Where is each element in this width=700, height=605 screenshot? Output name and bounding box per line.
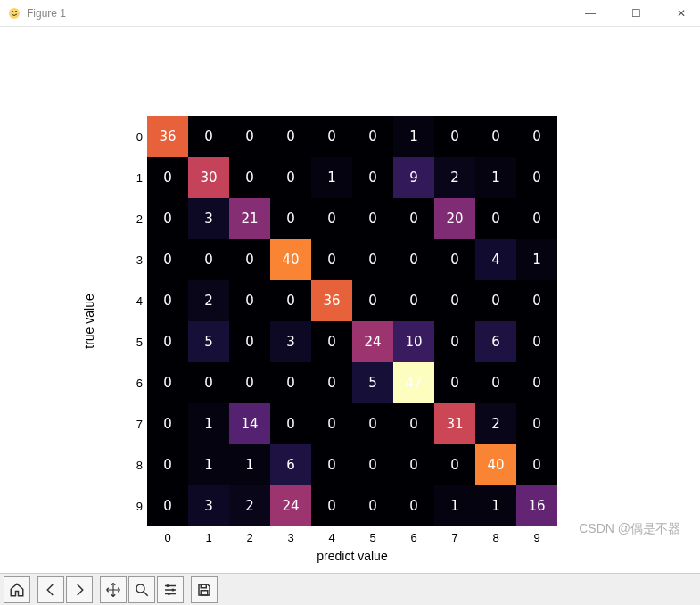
heatmap-cell: 0	[147, 444, 188, 485]
heatmap-cell: 0	[393, 280, 434, 321]
forward-button[interactable]	[66, 576, 93, 603]
y-tick-label: 2	[125, 212, 143, 226]
y-tick-label: 7	[125, 418, 143, 431]
save-button[interactable]	[191, 576, 218, 603]
close-button[interactable]: ✕	[670, 5, 693, 21]
heatmap-cell: 0	[270, 280, 311, 321]
heatmap-cell: 0	[229, 157, 270, 198]
figure-canvas: true value predict value 0123456789 0123…	[0, 27, 700, 573]
home-button[interactable]	[4, 576, 30, 603]
heatmap-cell: 0	[516, 444, 557, 485]
heatmap-cell: 1	[475, 485, 516, 526]
heatmap-cell: 1	[311, 157, 352, 198]
heatmap-cell: 40	[270, 239, 311, 280]
heatmap-cell: 0	[516, 362, 557, 403]
heatmap-cell: 1	[475, 157, 516, 198]
minimize-button[interactable]: —	[578, 5, 603, 21]
heatmap-cell: 36	[311, 280, 352, 321]
maximize-button[interactable]: ☐	[624, 5, 648, 21]
move-icon	[105, 582, 121, 598]
heatmap-cell: 0	[352, 239, 393, 280]
heatmap-cell: 20	[434, 198, 475, 239]
heatmap-cell: 1	[188, 444, 229, 485]
y-tick-label: 8	[125, 459, 143, 472]
heatmap-cell: 0	[147, 362, 188, 403]
svg-rect-11	[201, 584, 206, 588]
heatmap-cell: 0	[352, 403, 393, 444]
heatmap-cell: 5	[188, 321, 229, 362]
heatmap-cell: 0	[188, 116, 229, 157]
heatmap-cell: 0	[434, 239, 475, 280]
heatmap-cell: 0	[393, 239, 434, 280]
heatmap-cell: 0	[270, 198, 311, 239]
heatmap-cell: 0	[516, 280, 557, 321]
svg-point-10	[168, 593, 170, 595]
heatmap-cell: 0	[516, 321, 557, 362]
x-tick-label: 9	[533, 531, 539, 544]
x-tick-label: 4	[328, 531, 334, 544]
svg-point-9	[172, 588, 175, 591]
heatmap-cell: 4	[475, 239, 516, 280]
heatmap-cell: 10	[393, 321, 434, 362]
y-tick-label: 0	[125, 130, 143, 144]
heatmap-cell: 0	[311, 321, 352, 362]
back-button[interactable]	[37, 576, 64, 603]
x-tick-label: 3	[287, 531, 293, 544]
heatmap-cell: 0	[229, 116, 270, 157]
heatmap-cell: 1	[229, 444, 270, 485]
svg-line-4	[144, 592, 148, 596]
heatmap-cell: 0	[229, 280, 270, 321]
heatmap-cell: 40	[475, 444, 516, 485]
heatmap-cell: 9	[393, 157, 434, 198]
heatmap-cell: 0	[147, 239, 188, 280]
heatmap-cell: 2	[475, 403, 516, 444]
save-icon	[196, 582, 212, 598]
heatmap-cell: 0	[516, 116, 557, 157]
y-axis-label: true value	[82, 294, 96, 348]
heatmap-cell: 0	[475, 362, 516, 403]
heatmap-cell: 0	[352, 444, 393, 485]
arrow-right-icon	[71, 582, 87, 598]
heatmap-cell: 2	[229, 485, 270, 526]
heatmap-cell: 31	[434, 403, 475, 444]
heatmap-cell: 47	[393, 362, 434, 403]
heatmap-cell: 0	[475, 280, 516, 321]
heatmap-cell: 0	[147, 321, 188, 362]
heatmap-cell: 0	[147, 157, 188, 198]
zoom-button[interactable]	[128, 576, 155, 603]
x-tick-label: 0	[164, 531, 170, 544]
heatmap-cell: 5	[352, 362, 393, 403]
heatmap-cell: 1	[516, 239, 557, 280]
heatmap-cell: 0	[311, 362, 352, 403]
heatmap-cell: 0	[311, 239, 352, 280]
y-tick-label: 1	[125, 171, 143, 185]
heatmap-cell: 21	[229, 198, 270, 239]
heatmap-cell: 0	[311, 116, 352, 157]
heatmap-cell: 1	[434, 485, 475, 526]
heatmap-cell: 0	[270, 362, 311, 403]
heatmap-cell: 0	[147, 403, 188, 444]
heatmap-cell: 0	[475, 198, 516, 239]
heatmap-cell: 0	[188, 239, 229, 280]
heatmap-cell: 0	[188, 362, 229, 403]
heatmap-cell: 0	[475, 116, 516, 157]
window-title: Figure 1	[27, 7, 578, 20]
configure-button[interactable]	[157, 576, 184, 603]
heatmap-cell: 0	[147, 198, 188, 239]
heatmap-cell: 0	[311, 403, 352, 444]
heatmap-cell: 0	[147, 280, 188, 321]
x-ticks: 0123456789	[147, 531, 557, 549]
svg-rect-12	[201, 590, 208, 594]
heatmap-cell: 0	[393, 485, 434, 526]
heatmap: 3600000100003000109210032100002000000400…	[147, 116, 557, 526]
heatmap-cell: 6	[270, 444, 311, 485]
y-tick-label: 3	[125, 253, 143, 267]
pan-button[interactable]	[100, 576, 127, 603]
heatmap-cell: 0	[393, 403, 434, 444]
heatmap-cell: 3	[270, 321, 311, 362]
heatmap-cell: 0	[270, 403, 311, 444]
heatmap-cell: 0	[270, 157, 311, 198]
heatmap-cell: 0	[516, 403, 557, 444]
heatmap-cell: 2	[434, 157, 475, 198]
heatmap-cell: 0	[229, 321, 270, 362]
